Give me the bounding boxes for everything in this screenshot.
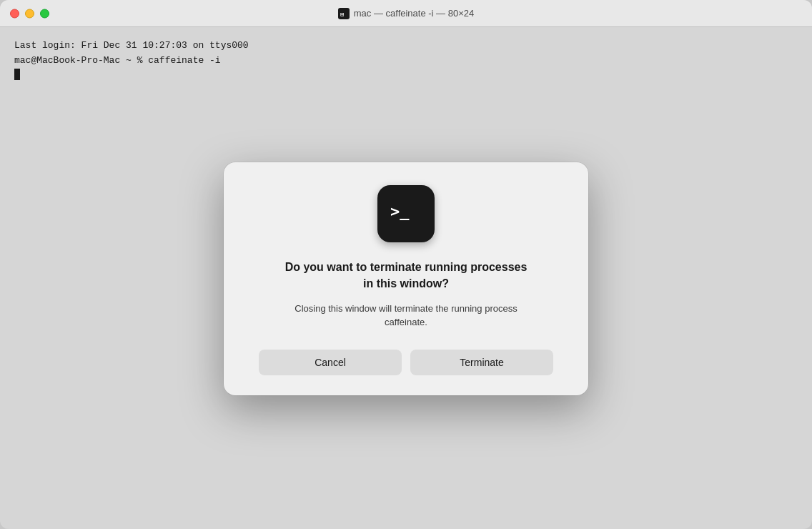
modal-overlay: >_ Do you want to terminate running proc… (0, 0, 812, 529)
terminal-icon: >_ (387, 195, 425, 232)
dialog-buttons: Cancel Terminate (252, 350, 560, 375)
dialog-message: Closing this window will terminate the r… (277, 302, 535, 330)
dialog-title: Do you want to terminate running process… (284, 259, 528, 292)
dialog: >_ Do you want to terminate running proc… (224, 162, 588, 395)
dialog-app-icon: >_ (377, 185, 435, 242)
terminate-button[interactable]: Terminate (410, 350, 553, 375)
svg-text:>_: >_ (390, 202, 410, 220)
cancel-button[interactable]: Cancel (259, 350, 402, 375)
